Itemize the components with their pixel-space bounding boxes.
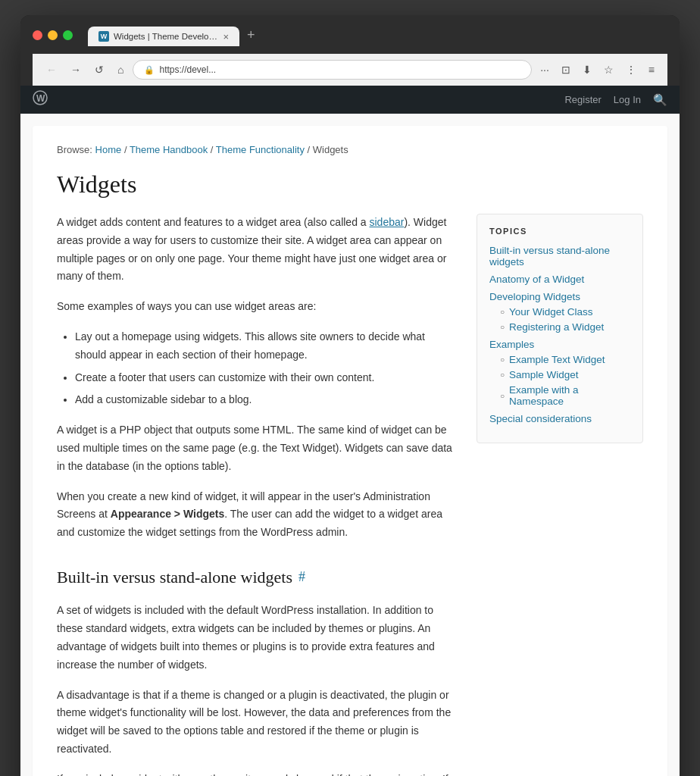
content-layout: A widget adds content and features to a … <box>57 214 643 776</box>
title-bar: W Widgets | Theme Developer Ha... × + ← … <box>20 15 680 86</box>
svg-text:W: W <box>36 93 45 104</box>
address-bar[interactable]: 🔒 https://devel... <box>133 60 532 80</box>
new-tab-btn[interactable]: + <box>241 24 261 46</box>
breadcrumb-current: Widgets <box>313 144 348 155</box>
window-controls <box>33 30 73 40</box>
topics-link-anatomy[interactable]: Anatomy of a Widget <box>489 274 584 285</box>
breadcrumb-theme-functionality[interactable]: Theme Functionality <box>216 144 305 155</box>
section1-heading: Built-in versus stand-alone widgets # <box>57 563 455 591</box>
list-item: Add a customizable sidebar to a blog. <box>75 391 455 409</box>
login-link[interactable]: Log In <box>614 94 641 105</box>
pocket-btn[interactable]: ⬇ <box>579 61 595 79</box>
search-icon[interactable]: 🔍 <box>653 93 667 107</box>
more-options-btn[interactable]: ··· <box>536 61 553 79</box>
section1-p3: If you include a widget with your theme,… <box>57 771 455 776</box>
breadcrumb: Browse: Home / Theme Handbook / Theme Fu… <box>57 144 643 155</box>
topics-subitem-widget-class: Your Widget Class <box>500 306 630 318</box>
intro-p3: A widget is a PHP object that outputs so… <box>57 421 455 475</box>
section1-anchor[interactable]: # <box>298 565 305 589</box>
close-btn[interactable] <box>33 30 42 40</box>
topics-link-builtin[interactable]: Built-in versus stand-alone widgets <box>489 245 610 268</box>
sidebar-link[interactable]: sidebar <box>370 216 405 228</box>
topics-link-namespace[interactable]: Example with a Namespace <box>509 384 630 407</box>
topics-link-special[interactable]: Special considerations <box>489 413 592 424</box>
page-title: Widgets <box>57 171 643 199</box>
tab-bar: W Widgets | Theme Developer Ha... × + <box>88 24 667 46</box>
refresh-btn[interactable]: ↺ <box>90 61 108 79</box>
wp-logo: W <box>33 90 48 109</box>
topics-subitem-sample-widget: Sample Widget <box>500 369 630 380</box>
main-content: A widget adds content and features to a … <box>57 214 455 776</box>
browser-window: W Widgets | Theme Developer Ha... × + ← … <box>20 15 680 776</box>
intro-p2: Some examples of ways you can use widget… <box>57 298 455 316</box>
topics-subitem-text-widget: Example Text Widget <box>500 354 630 365</box>
content-wrapper: Browse: Home / Theme Handbook / Theme Fu… <box>33 126 667 776</box>
topics-link-developing[interactable]: Developing Widgets <box>489 291 580 302</box>
minimize-btn[interactable] <box>48 30 58 40</box>
topics-sidebar: TOPICS Built-in versus stand-alone widge… <box>477 214 643 443</box>
back-btn[interactable]: ← <box>42 61 61 79</box>
topics-subitem-namespace: Example with a Namespace <box>500 384 630 407</box>
breadcrumb-theme-handbook[interactable]: Theme Handbook <box>130 144 208 155</box>
extensions-btn[interactable]: ⋮ <box>622 61 640 79</box>
intro-p4: When you create a new kind of widget, it… <box>57 488 455 542</box>
widget-examples-list: Lay out a homepage using widgets. This a… <box>75 328 455 409</box>
topics-heading: TOPICS <box>489 227 630 236</box>
topics-link-widget-class[interactable]: Your Widget Class <box>509 306 593 318</box>
tab-close-btn[interactable]: × <box>223 32 229 42</box>
list-item: Create a footer that users can customize… <box>75 369 455 387</box>
browser-toolbar: ← → ↺ ⌂ 🔒 https://devel... ··· ⊡ ⬇ ☆ ⋮ ≡ <box>33 54 667 86</box>
bookmark-btn[interactable]: ☆ <box>600 61 617 79</box>
topics-item-special: Special considerations <box>489 413 630 424</box>
topics-link-sample-widget[interactable]: Sample Widget <box>509 369 579 380</box>
tab-favicon: W <box>98 31 109 42</box>
breadcrumb-label: Browse: <box>57 144 92 155</box>
page-content: Browse: Home / Theme Handbook / Theme Fu… <box>20 114 680 776</box>
section1-p1: A set of widgets is included with the de… <box>57 602 455 674</box>
list-item: Lay out a homepage using widgets. This a… <box>75 328 455 365</box>
topics-item-anatomy: Anatomy of a Widget <box>489 274 630 285</box>
wp-topbar: W Register Log In 🔍 <box>20 86 680 114</box>
topics-link-text-widget[interactable]: Example Text Widget <box>509 354 605 365</box>
shield-icon: 🔒 <box>144 65 155 75</box>
forward-btn[interactable]: → <box>66 61 86 79</box>
active-tab[interactable]: W Widgets | Theme Developer Ha... × <box>88 27 239 46</box>
topics-subitem-registering: Registering a Widget <box>500 321 630 333</box>
topics-item-examples: Examples Example Text Widget Sample Widg… <box>489 339 630 407</box>
topics-item-builtin: Built-in versus stand-alone widgets <box>489 245 630 268</box>
section1-p2: A disadvantage is that if a theme is cha… <box>57 687 455 759</box>
topics-sublist-developing: Your Widget Class Registering a Widget <box>500 306 630 333</box>
register-link[interactable]: Register <box>564 94 601 105</box>
wp-topbar-right: Register Log In 🔍 <box>564 93 667 107</box>
topics-list: Built-in versus stand-alone widgets Anat… <box>489 245 630 424</box>
topics-link-registering[interactable]: Registering a Widget <box>509 321 604 333</box>
menu-btn[interactable]: ≡ <box>645 61 658 79</box>
topics-item-developing: Developing Widgets Your Widget Class Reg… <box>489 291 630 333</box>
tab-title: Widgets | Theme Developer Ha... <box>114 32 218 41</box>
breadcrumb-home[interactable]: Home <box>95 144 122 155</box>
reader-view-btn[interactable]: ⊡ <box>558 61 574 79</box>
address-text: https://devel... <box>159 64 520 75</box>
address-security-icons: 🔒 <box>144 65 155 75</box>
home-btn[interactable]: ⌂ <box>113 61 128 79</box>
topics-sublist-examples: Example Text Widget Sample Widget Exampl… <box>500 354 630 407</box>
intro-p1: A widget adds content and features to a … <box>57 214 455 286</box>
maximize-btn[interactable] <box>63 30 73 40</box>
topics-link-examples[interactable]: Examples <box>489 339 534 350</box>
